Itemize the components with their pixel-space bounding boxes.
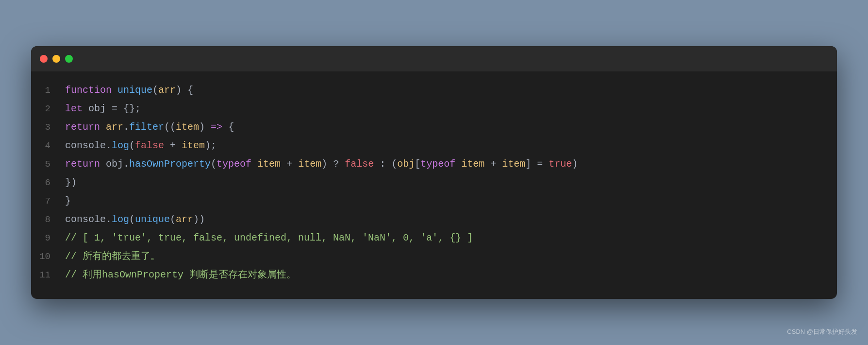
- code-line: 5 return obj.hasOwnProperty(typeof item …: [31, 155, 837, 173]
- line-content: console.log(unique(arr)): [60, 211, 837, 228]
- token-item-var: item: [176, 121, 199, 133]
- token-plain: +: [164, 140, 182, 151]
- code-line: 9// [ 1, 'true', true, false, undefined,…: [31, 229, 837, 247]
- token-method: log: [112, 140, 129, 151]
- token-item-var: item: [298, 158, 321, 170]
- token-plain: obj.: [106, 158, 129, 170]
- token-fn: unique: [117, 85, 152, 96]
- token-plain: }): [65, 177, 77, 188]
- token-kw: typeof: [420, 158, 461, 170]
- line-content: return obj.hasOwnProperty(typeof item + …: [60, 156, 837, 172]
- token-var: arr: [106, 121, 123, 133]
- token-comment: // [ 1, 'true', true, false, undefined, …: [65, 232, 473, 243]
- token-plain: ((: [164, 121, 176, 133]
- line-number: 7: [31, 193, 60, 209]
- code-line: 6 }): [31, 173, 837, 192]
- token-plain: {: [222, 121, 234, 133]
- token-kw: let: [65, 103, 88, 114]
- token-plain: [: [415, 158, 420, 170]
- token-bool: false: [345, 158, 374, 170]
- line-number: 5: [31, 156, 60, 172]
- code-line: 11// 利用hasOwnProperty 判断是否存在对象属性。: [31, 266, 837, 284]
- token-plain: (: [152, 85, 158, 96]
- minimize-button[interactable]: [52, 55, 60, 63]
- line-number: 2: [31, 101, 60, 117]
- token-kw: return: [65, 158, 106, 170]
- titlebar: [31, 46, 837, 71]
- token-method: hasOwnProperty: [129, 158, 211, 170]
- token-plain: : (: [374, 158, 397, 170]
- token-plain: +: [484, 158, 502, 170]
- token-kw: return: [65, 121, 106, 133]
- token-plain: )): [193, 214, 205, 225]
- line-number: 6: [31, 175, 60, 190]
- token-plain: ): [572, 158, 578, 170]
- token-kw: function: [65, 85, 117, 96]
- token-plain: (: [211, 158, 217, 170]
- code-window: 1function unique(arr) {2 let obj = {};3 …: [31, 46, 837, 299]
- code-line: 8console.log(unique(arr)): [31, 210, 837, 229]
- token-comment: // 利用hasOwnProperty 判断是否存在对象属性。: [65, 269, 296, 280]
- code-line: 4 console.log(false + item);: [31, 137, 837, 155]
- token-var: arr: [176, 214, 193, 225]
- code-line: 1function unique(arr) {: [31, 81, 837, 100]
- token-var: obj: [397, 158, 415, 170]
- token-plain: console.: [65, 214, 112, 225]
- token-plain: );: [205, 140, 217, 151]
- line-number: 9: [31, 230, 60, 246]
- line-number: 1: [31, 83, 60, 98]
- token-plain: (: [129, 214, 135, 225]
- line-number: 3: [31, 120, 60, 135]
- token-plain: .: [123, 121, 129, 133]
- line-content: }: [60, 193, 837, 209]
- token-bool: true: [549, 158, 572, 170]
- token-param: arr: [158, 85, 176, 96]
- token-plain: ): [199, 121, 211, 133]
- maximize-button[interactable]: [65, 55, 73, 63]
- token-item-var: item: [182, 140, 205, 151]
- token-item-var: item: [502, 158, 525, 170]
- token-kw: typeof: [217, 158, 257, 170]
- line-content: let obj = {};: [60, 101, 837, 117]
- code-area: 1function unique(arr) {2 let obj = {};3 …: [31, 71, 837, 299]
- token-item-var: item: [257, 158, 281, 170]
- line-content: return arr.filter((item) => {: [60, 119, 837, 136]
- watermark: CSDN @日常保护好头发: [787, 328, 857, 336]
- token-fn: unique: [135, 214, 170, 225]
- token-method: log: [112, 214, 129, 225]
- line-content: // [ 1, 'true', true, false, undefined, …: [60, 230, 837, 246]
- token-item-var: item: [461, 158, 484, 170]
- token-plain: }: [65, 195, 71, 207]
- token-plain: ] =: [525, 158, 549, 170]
- token-plain: ) ?: [321, 158, 345, 170]
- token-plain: +: [281, 158, 298, 170]
- line-content: function unique(arr) {: [60, 82, 837, 99]
- token-arrow: =>: [211, 121, 222, 133]
- token-plain: console: [65, 140, 106, 151]
- code-line: 2 let obj = {};: [31, 100, 837, 118]
- line-content: // 利用hasOwnProperty 判断是否存在对象属性。: [60, 267, 837, 283]
- line-number: 8: [31, 212, 60, 227]
- line-number: 4: [31, 138, 60, 154]
- line-number: 10: [31, 249, 60, 264]
- token-plain: ) {: [176, 85, 193, 96]
- code-line: 3 return arr.filter((item) => {: [31, 118, 837, 137]
- code-line: 10// 所有的都去重了。: [31, 247, 837, 266]
- close-button[interactable]: [40, 55, 48, 63]
- token-comment: // 所有的都去重了。: [65, 251, 160, 262]
- line-number: 11: [31, 267, 60, 283]
- token-plain: .: [106, 140, 112, 151]
- token-plain: (: [129, 140, 135, 151]
- line-content: }): [60, 174, 837, 191]
- token-method: filter: [129, 121, 164, 133]
- line-content: console.log(false + item);: [60, 138, 837, 154]
- token-plain: (: [170, 214, 176, 225]
- line-content: // 所有的都去重了。: [60, 248, 837, 265]
- token-bool: false: [135, 140, 164, 151]
- token-plain: obj = {};: [88, 103, 141, 114]
- code-line: 7}: [31, 192, 837, 210]
